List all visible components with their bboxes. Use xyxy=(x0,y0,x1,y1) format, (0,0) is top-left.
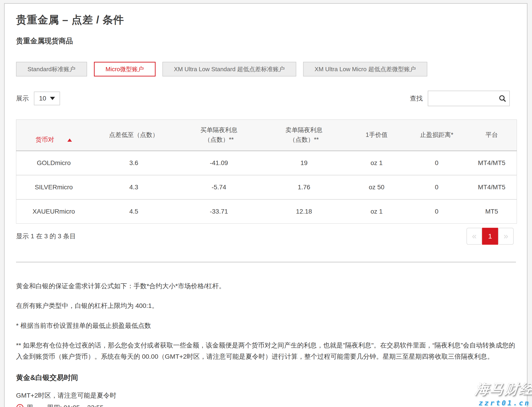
note-star: * 根据当前市价设置挂单的最低止损盈最低点数 xyxy=(16,320,516,331)
note-double-star: ** 如果您有仓位持仓过夜的话，那么您会支付或者获取一些金额，该金额便是两个货币… xyxy=(16,340,516,362)
cell-lot-value: oz 1 xyxy=(347,151,407,175)
cell-spread: 4.5 xyxy=(91,199,176,224)
cell-lot-value: oz 50 xyxy=(347,175,407,199)
pagination: « 1 » xyxy=(467,228,514,245)
cell-spread: 3.6 xyxy=(91,151,176,175)
cell-swap-long: -41.09 xyxy=(177,151,261,175)
cell-swap-short: 19 xyxy=(261,151,347,175)
cell-platform: MT4/MT5 xyxy=(467,151,517,175)
column-header-lot-value[interactable]: 1手价值 xyxy=(347,120,407,151)
sort-asc-icon xyxy=(67,139,72,142)
page-title: 贵重金属 – 点差 / 条件 xyxy=(16,13,516,27)
table-row: XAUEURmicro 4.5 -33.71 12.18 oz 1 0 MT5 xyxy=(16,199,517,224)
cell-spread: 4.3 xyxy=(91,175,176,199)
cell-swap-short: 12.18 xyxy=(261,199,347,224)
column-header-spread[interactable]: 点差低至（点数） xyxy=(91,120,176,151)
cell-symbol: GOLDmicro xyxy=(16,151,91,175)
trading-hours-row: 周一 – 周四: 01:05 – 23:55 xyxy=(16,403,516,407)
account-type-tabs: Standard标准账户 Micro微型账户 XM Ultra Low Stan… xyxy=(16,62,516,77)
cell-lot-value: oz 1 xyxy=(347,199,407,224)
note-margin-formula: 黄金和白银的保证金需求计算公式如下：手数*合约大小*市场价格/杠杆。 xyxy=(16,280,516,291)
column-header-swap-short[interactable]: 卖单隔夜利息 （点数）** xyxy=(261,120,347,151)
tab-standard-account[interactable]: Standard标准账户 xyxy=(16,62,87,77)
page-size-select[interactable]: 10 xyxy=(34,92,60,105)
content-panel: 贵重金属 – 点差 / 条件 贵重金属现货商品 Standard标准账户 Mic… xyxy=(4,3,527,407)
table-controls: 展示 10 查找 xyxy=(16,91,516,106)
entries-summary: 显示 1 在 3 的 3 条目 xyxy=(16,232,76,241)
section-divider xyxy=(16,262,516,263)
trading-hours-heading: 黄金&白银交易时间 xyxy=(16,373,516,383)
table-header-row: 货币对 点差低至（点数） 买单隔夜利息 （点数）** 卖单隔夜利息 （点数）**… xyxy=(16,120,517,151)
search-icon xyxy=(498,94,507,102)
show-entries-label: 展示 xyxy=(16,94,29,103)
cell-swap-long: -33.71 xyxy=(177,199,261,224)
tab-ultra-low-micro-account[interactable]: XM Ultra Low Micro 超低点差微型账户 xyxy=(303,62,427,77)
search-label: 查找 xyxy=(410,94,423,103)
page-subtitle: 贵重金属现货商品 xyxy=(16,36,516,46)
cell-symbol: XAUEURmicro xyxy=(16,199,91,224)
cell-stop-level: 0 xyxy=(407,175,467,199)
column-header-platform[interactable]: 平台 xyxy=(467,120,517,151)
pagination-prev-button[interactable]: « xyxy=(467,228,482,245)
pagination-next-button[interactable]: » xyxy=(498,228,514,245)
cell-swap-short: 1.76 xyxy=(261,175,347,199)
column-header-stop-level[interactable]: 止盈损距离* xyxy=(407,120,467,151)
timezone-note: GMT+2时区，请注意可能是夏令时 xyxy=(16,390,516,401)
pagination-page-1-button[interactable]: 1 xyxy=(482,228,498,245)
table-row: SILVERmicro 4.3 -5.74 1.76 oz 50 0 MT4/M… xyxy=(16,175,517,199)
column-header-swap-long[interactable]: 买单隔夜利息 （点数）** xyxy=(177,120,261,151)
tab-micro-account[interactable]: Micro微型账户 xyxy=(94,62,156,77)
chevron-down-icon xyxy=(50,97,55,100)
search-input[interactable] xyxy=(428,91,510,106)
cell-platform: MT5 xyxy=(467,199,517,224)
cell-stop-level: 0 xyxy=(407,199,467,224)
tab-ultra-low-standard-account[interactable]: XM Ultra Low Standard 超低点差标准账户 xyxy=(162,62,296,77)
page-size-value: 10 xyxy=(39,95,46,102)
instruments-table: 货币对 点差低至（点数） 买单隔夜利息 （点数）** 卖单隔夜利息 （点数）**… xyxy=(16,119,517,224)
column-header-symbol[interactable]: 货币对 xyxy=(16,120,91,151)
clock-icon xyxy=(16,404,24,407)
table-row: GOLDmicro 3.6 -41.09 19 oz 1 0 MT4/MT5 xyxy=(16,151,517,175)
note-leverage: 在所有账户类型中，白银的杠杆上限均为 400:1。 xyxy=(16,300,516,311)
cell-symbol: SILVERmicro xyxy=(16,175,91,199)
cell-platform: MT4/MT5 xyxy=(467,175,517,199)
cell-stop-level: 0 xyxy=(407,151,467,175)
hours-mon-thu: 周一 – 周四: 01:05 – 23:55 xyxy=(27,403,104,407)
cell-swap-long: -5.74 xyxy=(177,175,261,199)
